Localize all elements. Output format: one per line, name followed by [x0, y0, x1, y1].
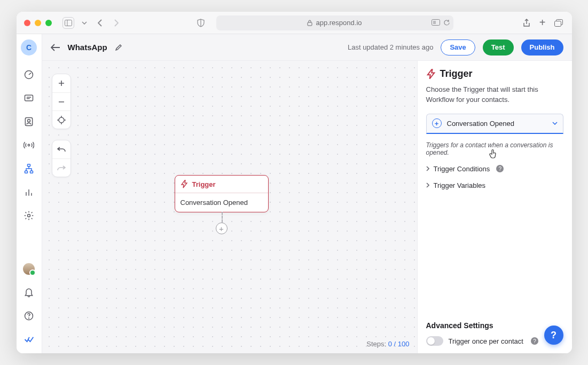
workflow-canvas[interactable]: Trigger Conversation Opened + Steps: 0 /… [42, 61, 417, 353]
trigger-once-toggle[interactable] [426, 336, 443, 346]
zoom-in-icon[interactable] [52, 74, 70, 92]
nav-contacts[interactable] [19, 112, 38, 131]
workspace-initial: C [26, 43, 32, 52]
nav-brand-icon[interactable] [19, 330, 38, 349]
chevron-down-icon[interactable] [79, 17, 90, 29]
trigger-node-title: Trigger [192, 180, 216, 188]
app-body: C [17, 34, 572, 353]
svg-point-15 [28, 120, 30, 122]
workspace-avatar[interactable]: C [21, 39, 37, 55]
config-panel: Trigger Choose the Trigger that will sta… [417, 61, 572, 353]
svg-rect-11 [25, 95, 33, 101]
trigger-node-subtitle: Conversation Opened [175, 193, 268, 212]
help-fab[interactable]: ? [544, 326, 563, 345]
url-text: app.respond.io [316, 19, 362, 27]
workspace: Trigger Conversation Opened + Steps: 0 /… [42, 61, 572, 353]
nav-dashboard[interactable] [19, 65, 38, 84]
browser-chrome: app.respond.io + [17, 12, 572, 34]
publish-button[interactable]: Publish [521, 39, 563, 55]
panel-title: Trigger [426, 68, 563, 80]
nav-user-avatar[interactable] [19, 259, 38, 279]
trigger-select-label: Conversation Opened [447, 120, 514, 128]
trigger-conditions-label: Trigger Conditions [434, 165, 490, 173]
nav-inbox[interactable] [19, 89, 38, 108]
bolt-icon [181, 180, 188, 188]
save-button[interactable]: Save [441, 39, 475, 55]
refresh-icon[interactable] [443, 19, 450, 26]
recenter-icon[interactable] [52, 110, 70, 129]
trigger-node-header: Trigger [175, 176, 268, 193]
trigger-once-label: Trigger once per contact [449, 337, 523, 345]
advanced-settings-header: Advanced Settings [426, 321, 563, 330]
reader-icon[interactable] [432, 19, 440, 26]
panel-description: Choose the Trigger that will start this … [426, 85, 563, 105]
help-icon[interactable]: ? [496, 165, 504, 172]
nav-workflows[interactable] [19, 159, 38, 178]
chevron-right-icon [426, 166, 429, 171]
undo-icon[interactable] [52, 140, 70, 158]
zoom-controls [52, 74, 71, 129]
svg-point-25 [29, 318, 29, 319]
panel-title-text: Trigger [440, 68, 473, 80]
nav-forward-icon[interactable] [111, 17, 122, 29]
back-arrow-icon[interactable] [51, 44, 60, 51]
workflow-topbar: WhatsApp Last updated 2 minutes ago Save… [42, 34, 572, 61]
svg-rect-0 [65, 20, 72, 26]
trigger-help-text: Triggers for a contact when a conversati… [426, 141, 563, 156]
zoom-out-icon[interactable] [52, 92, 70, 110]
test-button[interactable]: Test [483, 39, 514, 55]
close-window-icon[interactable] [24, 20, 30, 26]
main-column: WhatsApp Last updated 2 minutes ago Save… [42, 34, 572, 353]
nav-back-icon[interactable] [95, 17, 106, 29]
app-window: app.respond.io + C [17, 12, 572, 353]
minimize-window-icon[interactable] [35, 20, 41, 26]
svg-rect-9 [554, 21, 561, 26]
last-updated: Last updated 2 minutes ago [348, 43, 433, 51]
add-step-icon[interactable]: + [216, 223, 228, 234]
maximize-window-icon[interactable] [45, 20, 52, 26]
history-controls [52, 140, 71, 177]
node-connector [222, 212, 223, 223]
nav-rail: C [17, 34, 42, 353]
svg-rect-19 [30, 171, 33, 173]
nav-help[interactable] [19, 306, 38, 326]
new-tab-icon[interactable]: + [537, 17, 548, 29]
chevron-down-icon [552, 122, 558, 125]
steps-counter: Steps: 0 / 100 [366, 340, 409, 348]
tabs-icon[interactable] [553, 17, 565, 29]
trigger-select[interactable]: + Conversation Opened [426, 114, 563, 134]
redo-icon [52, 158, 70, 177]
svg-rect-3 [308, 22, 312, 26]
lock-icon [307, 20, 312, 26]
trigger-variables-label: Trigger Variables [434, 181, 486, 189]
nav-broadcast[interactable] [19, 136, 38, 155]
workflow-name: WhatsApp [68, 43, 107, 52]
cursor-hand-icon [489, 149, 497, 158]
svg-point-29 [59, 117, 64, 123]
share-icon[interactable] [521, 17, 532, 29]
shield-icon[interactable] [195, 17, 207, 29]
svg-rect-18 [25, 171, 28, 173]
bolt-icon [426, 69, 436, 80]
svg-rect-17 [28, 164, 30, 166]
trigger-variables-expander[interactable]: Trigger Variables [426, 177, 563, 194]
trigger-conditions-expander[interactable]: Trigger Conditions ? [426, 161, 563, 177]
svg-point-16 [28, 144, 29, 146]
trigger-once-row: Trigger once per contact ? [426, 336, 563, 346]
chevron-right-icon [426, 182, 429, 188]
nav-settings[interactable] [19, 206, 38, 225]
nav-notifications[interactable] [19, 283, 38, 302]
traffic-lights [24, 20, 52, 26]
nav-reports[interactable] [19, 182, 38, 202]
url-bar[interactable]: app.respond.io [216, 15, 453, 30]
conversation-opened-icon: + [432, 118, 442, 128]
trigger-node[interactable]: Trigger Conversation Opened + [175, 175, 269, 212]
sidebar-toggle-icon[interactable] [62, 17, 74, 29]
svg-point-23 [28, 215, 30, 217]
svg-rect-14 [25, 118, 32, 126]
edit-icon[interactable] [115, 44, 122, 51]
help-icon[interactable]: ? [531, 337, 538, 345]
